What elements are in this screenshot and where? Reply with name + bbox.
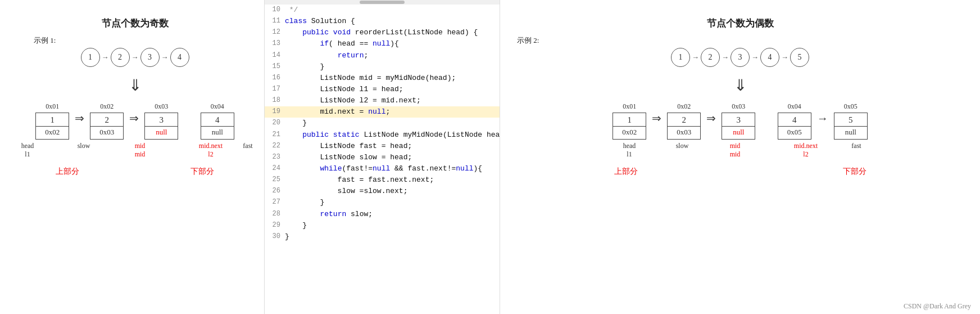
mem-addr-01: 0x01 <box>46 102 59 111</box>
left-lower-label: 下部分 <box>190 167 214 177</box>
left-example-label: 示例 1: <box>34 35 56 46</box>
code-line-13: 13 if( head == null){ <box>265 38 500 50</box>
r-label-mid-bottom: mid <box>730 150 741 159</box>
left-part-row: 上部分 下部分 <box>17 163 253 177</box>
line-content-11: class Solution { <box>285 16 500 27</box>
code-line-26: 26 slow =slow.next; <box>265 186 500 197</box>
line-content-18: ListNode l2 = mid.next; <box>285 95 500 106</box>
line-content-28: return slow; <box>285 209 500 220</box>
r-mem-addr-03: 0x03 <box>732 102 745 111</box>
line-content-17: ListNode l1 = head; <box>285 84 500 95</box>
line-content-30: } <box>285 231 500 243</box>
mem-ptr-02: 0x03 <box>90 127 123 139</box>
r-mem-block-wrapper-03: 0x03 3 null <box>722 102 755 140</box>
line-num-23: 23 <box>265 152 285 163</box>
line-content-14: return; <box>285 50 500 61</box>
right-mem-row: 0x01 1 0x02 ⇒ 0x02 2 0x03 ⇒ 0x03 3 <box>612 102 868 140</box>
line-content-21: public static ListNode myMidNode(ListNod… <box>285 129 500 141</box>
r-mem-block-05: 5 null <box>834 113 868 140</box>
r-label-head: head <box>623 142 636 150</box>
code-line-16: 16 ListNode mid = myMidNode(head); <box>265 73 500 84</box>
line-content-26: slow =slow.next; <box>285 186 500 197</box>
r-mem-block-03: 3 null <box>722 113 755 140</box>
r-mem-block-wrapper-04: 0x04 4 0x05 <box>778 102 811 140</box>
r-chain-node-1: 1 <box>671 48 690 67</box>
r-mem-block-01: 1 0x02 <box>612 113 646 140</box>
line-num-12: 12 <box>265 27 285 38</box>
mem-ptr-01: 0x02 <box>36 127 69 139</box>
label-midnext-top: mid.next <box>199 142 223 150</box>
code-line-20: 20 } <box>265 118 500 129</box>
left-chain: 1 → 2 → 3 → 4 <box>81 48 189 67</box>
mem-block-wrapper-02: 0x02 2 0x03 <box>90 102 124 140</box>
line-num-14: 14 <box>265 50 285 61</box>
line-num-11: 11 <box>265 16 285 26</box>
right-lower-label: 下部分 <box>843 167 866 177</box>
line-num-30: 30 <box>265 231 285 242</box>
r-label-slow: slow <box>676 142 689 150</box>
r-mem-arrow-3: → <box>817 112 828 125</box>
line-num-17: 17 <box>265 84 285 95</box>
r-chain-arrow-1: → <box>692 53 699 62</box>
line-num-19: 19 <box>265 106 285 117</box>
main-container: 节点个数为奇数 示例 1: 1 → 2 → 3 → 4 ⇓ 0x01 1 0x0… <box>0 0 980 314</box>
r-mem-addr-05: 0x05 <box>844 102 858 111</box>
mem-block-wrapper-03: 0x03 3 null <box>144 102 178 140</box>
r-mem-ptr-03: null <box>722 127 755 139</box>
r-chain-arrow-4: → <box>781 53 788 62</box>
line-num-20: 20 <box>265 118 285 128</box>
label-midnext-bottom: l2 <box>208 150 213 159</box>
chain-node-1: 1 <box>81 48 100 67</box>
r-mem-val-05: 5 <box>834 113 867 127</box>
line-num-16: 16 <box>265 73 285 83</box>
line-num-22: 22 <box>265 141 285 151</box>
line-content-13: if( head == null){ <box>285 38 500 50</box>
code-line-24: 24 while(fast!=null && fast.next!=null){ <box>265 163 500 174</box>
left-upper-label: 上部分 <box>56 167 79 177</box>
mem-ptr-03: null <box>145 127 178 139</box>
right-chain: 1 → 2 → 3 → 4 → 5 <box>671 48 809 67</box>
line-num-29: 29 <box>265 220 285 231</box>
scrollbar-thumb[interactable] <box>360 1 405 4</box>
line-num-15: 15 <box>265 61 285 72</box>
right-part-row: 上部分 下部分 <box>511 163 969 177</box>
line-num-24: 24 <box>265 163 285 174</box>
code-line-14: 14 return; <box>265 50 500 61</box>
line-content-23: ListNode slow = head; <box>285 152 500 163</box>
mem-val-04: 4 <box>201 113 234 127</box>
mem-arrow-1: ⇒ <box>75 111 84 125</box>
code-line-29: 29 } <box>265 220 500 231</box>
right-title: 节点个数为偶数 <box>707 17 774 30</box>
right-example-label: 示例 2: <box>517 35 539 46</box>
mem-block-01: 1 0x02 <box>35 113 69 140</box>
line-num-13: 13 <box>265 38 285 49</box>
left-title: 节点个数为奇数 <box>102 17 169 30</box>
line-content-24: while(fast!=null && fast.next!=null){ <box>285 163 500 174</box>
code-body: 10 */ 11 class Solution { 12 public void… <box>265 5 500 243</box>
line-content-27: } <box>285 197 500 208</box>
footer: CSDN @Dark And Grey <box>904 302 971 311</box>
line-num-27: 27 <box>265 197 285 208</box>
chain-arrow-2: → <box>131 53 139 62</box>
scrollbar[interactable] <box>265 0 500 5</box>
r-mem-arrow-2: ⇒ <box>706 111 716 125</box>
mem-addr-03: 0x03 <box>155 102 168 111</box>
label-mid-bottom: mid <box>135 150 146 159</box>
r-label-fast: fast <box>851 142 861 150</box>
code-line-11: 11 class Solution { <box>265 16 500 27</box>
r-mem-val-02: 2 <box>668 113 700 127</box>
r-chain-node-2: 2 <box>701 48 720 67</box>
line-content-12: public void reorderList(ListNode head) { <box>285 27 500 38</box>
r-mem-ptr-04: 0x05 <box>778 127 811 139</box>
mem-block-03: 3 null <box>144 113 178 140</box>
chain-node-2: 2 <box>111 48 130 67</box>
mem-arrow-2: ⇒ <box>129 111 139 125</box>
r-mem-addr-01: 0x01 <box>623 102 636 111</box>
code-line-25: 25 fast = fast.next.next; <box>265 174 500 186</box>
code-line-27: 27 } <box>265 197 500 208</box>
r-chain-arrow-3: → <box>751 53 759 62</box>
line-num-10: 10 <box>265 5 285 15</box>
line-num-21: 21 <box>265 129 285 140</box>
mem-ptr-04: null <box>201 127 234 139</box>
chain-node-3: 3 <box>140 48 160 67</box>
